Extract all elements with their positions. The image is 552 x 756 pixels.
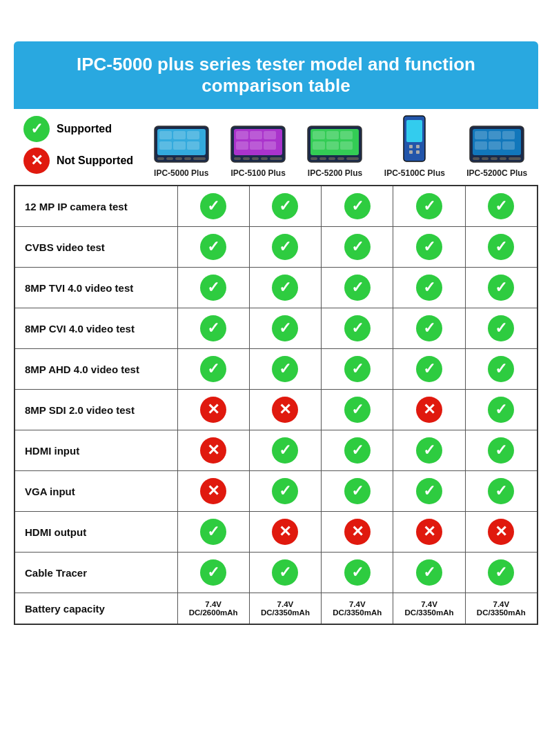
model-name: IPC-5100 Plus xyxy=(230,168,285,178)
svg-rect-37 xyxy=(337,157,344,160)
svg-rect-57 xyxy=(509,157,521,160)
model-name: IPC-5100C Plus xyxy=(384,168,445,178)
cross-icon: ✕ xyxy=(23,148,50,174)
table-cell: ✓ xyxy=(465,268,538,308)
svg-rect-22 xyxy=(243,157,250,160)
check-icon: ✓ xyxy=(200,315,226,341)
cross-icon: ✕ xyxy=(488,519,514,545)
table-cell: ✓ xyxy=(393,349,465,390)
check-icon: ✓ xyxy=(344,193,371,219)
table-cell: ✕ xyxy=(177,430,249,471)
table-cell: ✕ xyxy=(393,512,465,553)
model-item-ipc5200plus: IPC-5200 Plus xyxy=(307,126,362,178)
model-image xyxy=(154,126,209,166)
check-icon: ✓ xyxy=(200,234,226,260)
model-item-ipc5200cplus: IPC-5200C Plus xyxy=(466,126,527,178)
check-icon: ✓ xyxy=(272,275,298,301)
check-icon: ✓ xyxy=(344,559,371,586)
table-cell: ✓ xyxy=(393,430,465,471)
svg-rect-54 xyxy=(482,157,489,160)
model-image xyxy=(230,126,286,166)
svg-rect-50 xyxy=(475,141,487,150)
svg-rect-17 xyxy=(264,131,276,139)
svg-rect-23 xyxy=(252,157,259,160)
feature-name: 8MP SDI 2.0 video test xyxy=(14,390,177,430)
check-icon: ✓ xyxy=(272,193,298,219)
feature-name: HDMI output xyxy=(14,512,177,553)
check-icon: ✓ xyxy=(272,356,298,382)
legend-supported-label: Supported xyxy=(57,123,112,135)
svg-rect-56 xyxy=(500,157,506,160)
check-icon: ✓ xyxy=(488,234,514,260)
check-icon: ✓ xyxy=(200,559,226,586)
svg-rect-44 xyxy=(416,150,420,154)
table-cell: ✕ xyxy=(322,512,393,553)
check-icon: ✓ xyxy=(344,275,371,301)
check-icon: ✓ xyxy=(200,275,226,301)
svg-rect-32 xyxy=(326,141,339,150)
table-cell: ✓ xyxy=(177,227,249,268)
check-icon: ✓ xyxy=(344,315,371,341)
table-cell: ✓ xyxy=(322,186,393,227)
model-item-ipc5100plus: IPC-5100 Plus xyxy=(230,126,286,178)
table-cell: ✓ xyxy=(322,308,393,349)
svg-rect-6 xyxy=(173,141,186,150)
table-row: 8MP AHD 4.0 video test✓✓✓✓✓ xyxy=(14,349,538,390)
svg-rect-36 xyxy=(328,157,335,160)
feature-name: CVBS video test xyxy=(14,227,177,268)
check-icon: ✓ xyxy=(488,478,514,504)
page-title: IPC-5000 plus series tester model and fu… xyxy=(30,54,522,97)
svg-rect-40 xyxy=(406,120,422,142)
table-row: 12 MP IP camera test✓✓✓✓✓ xyxy=(14,186,538,227)
svg-rect-31 xyxy=(313,141,325,150)
table-cell: ✓ xyxy=(322,471,393,512)
table-cell: ✓ xyxy=(249,553,321,593)
svg-rect-42 xyxy=(416,145,420,148)
svg-rect-29 xyxy=(326,131,339,139)
svg-rect-48 xyxy=(489,131,501,139)
model-name: IPC-5200 Plus xyxy=(308,168,362,178)
table-cell: 7.4V DC/3350mAh xyxy=(249,593,321,625)
svg-rect-51 xyxy=(489,141,501,150)
table-row: 8MP SDI 2.0 video test✕✕✓✕✓ xyxy=(14,390,538,430)
legend-block: ✓ Supported ✕ Not Supported xyxy=(14,109,143,181)
check-icon: ✓ xyxy=(416,356,442,382)
table-cell: ✓ xyxy=(249,186,321,227)
model-name: IPC-5000 Plus xyxy=(154,168,208,178)
table-cell: ✕ xyxy=(393,390,465,430)
table-cell: ✓ xyxy=(177,349,249,390)
svg-rect-9 xyxy=(166,157,173,160)
table-cell: ✓ xyxy=(249,471,321,512)
cross-icon: ✕ xyxy=(200,478,226,504)
check-icon: ✓ xyxy=(488,397,514,423)
model-image xyxy=(402,115,426,166)
cross-icon: ✕ xyxy=(200,437,226,464)
check-icon: ✓ xyxy=(344,437,371,464)
table-cell: ✕ xyxy=(249,512,321,553)
table-row: 8MP CVI 4.0 video test✓✓✓✓✓ xyxy=(14,308,538,349)
svg-rect-16 xyxy=(250,131,262,139)
table-cell: ✓ xyxy=(393,186,465,227)
feature-name: Cable Tracer xyxy=(14,553,177,593)
title-bar: IPC-5000 plus series tester model and fu… xyxy=(14,41,538,109)
svg-rect-2 xyxy=(159,131,172,139)
svg-rect-30 xyxy=(340,131,353,139)
table-cell: ✓ xyxy=(249,349,321,390)
svg-rect-52 xyxy=(502,141,515,150)
table-cell: ✓ xyxy=(177,186,249,227)
feature-name: 12 MP IP camera test xyxy=(14,186,177,227)
legend-not-supported: ✕ Not Supported xyxy=(23,148,133,174)
feature-name: 8MP CVI 4.0 video test xyxy=(14,308,177,349)
model-image xyxy=(469,126,524,166)
table-cell: ✓ xyxy=(465,349,538,390)
table-cell: ✓ xyxy=(393,227,465,268)
table-cell: ✓ xyxy=(465,471,538,512)
check-icon: ✓ xyxy=(344,397,371,423)
table-cell: ✓ xyxy=(465,553,538,593)
cross-icon: ✕ xyxy=(344,519,371,545)
check-icon: ✓ xyxy=(200,356,226,382)
comparison-table: 12 MP IP camera test✓✓✓✓✓CVBS video test… xyxy=(14,185,538,625)
table-cell: ✓ xyxy=(322,430,393,471)
table-cell: ✓ xyxy=(249,227,321,268)
cross-icon: ✕ xyxy=(272,397,298,423)
